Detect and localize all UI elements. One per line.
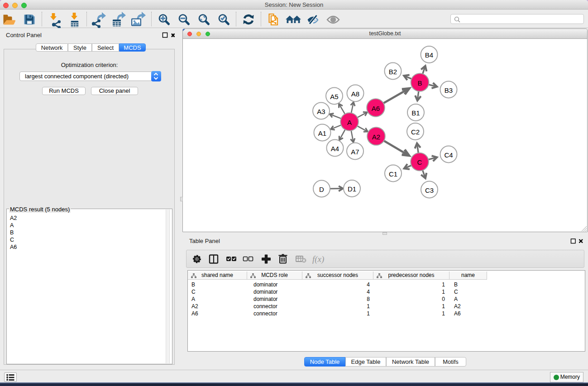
svg-text:A4: A4 — [331, 145, 339, 152]
svg-text:A3: A3 — [317, 108, 325, 115]
svg-text:B3: B3 — [445, 86, 453, 94]
svg-text:A5: A5 — [330, 93, 338, 100]
svg-text:A8: A8 — [351, 90, 359, 98]
svg-text:C1: C1 — [389, 170, 397, 178]
svg-text:C4: C4 — [444, 151, 453, 159]
svg-text:B1: B1 — [411, 109, 420, 117]
svg-text:D1: D1 — [348, 185, 356, 193]
svg-text:A: A — [347, 119, 352, 126]
svg-text:B2: B2 — [389, 68, 397, 76]
svg-text:A2: A2 — [372, 133, 380, 141]
svg-text:B4: B4 — [425, 51, 433, 59]
svg-text:f(x): f(x) — [312, 254, 324, 264]
svg-text:C2: C2 — [411, 128, 420, 136]
svg-text:C3: C3 — [425, 186, 434, 194]
svg-text:A7: A7 — [351, 148, 359, 156]
svg-text:A6: A6 — [372, 105, 380, 112]
svg-text:B: B — [417, 79, 422, 87]
svg-text:A1: A1 — [318, 129, 326, 137]
svg-text:C: C — [417, 158, 422, 166]
svg-text:D: D — [319, 186, 324, 193]
